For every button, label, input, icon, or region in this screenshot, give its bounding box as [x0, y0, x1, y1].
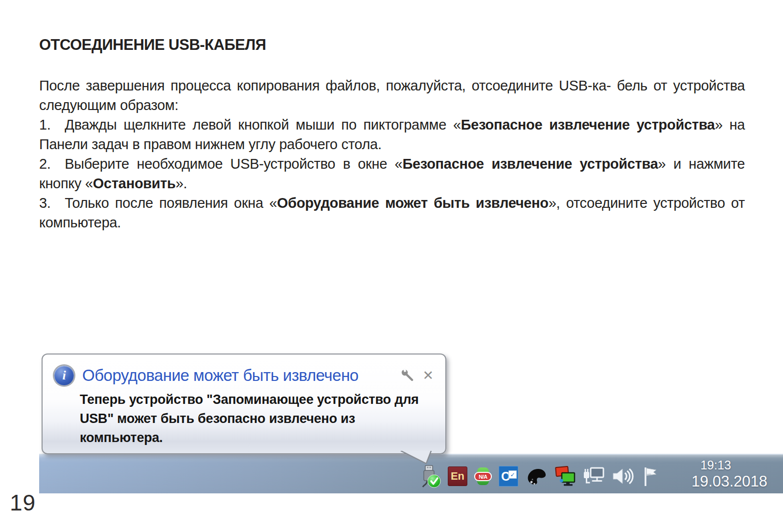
step-2-text-3: ». — [176, 176, 187, 191]
envelope-icon: ✓ — [508, 470, 517, 479]
page-title: ОТСОЕДИНЕНИЕ USB-КАБЕЛЯ — [39, 36, 745, 54]
step-1-text: 1. Дважды щелкните левой кнопкой мыши по… — [39, 117, 461, 133]
page-number: 19 — [10, 490, 36, 515]
info-glyph: i — [62, 368, 66, 383]
balloon-message-line-1: Теперь устройство "Запоминающее устройст… — [80, 390, 432, 409]
balloon-tail — [400, 451, 436, 465]
step-2-text: 2. Выберите необходимое USB-устройство в… — [39, 156, 402, 172]
black-device-icon[interactable] — [525, 465, 547, 488]
balloon-message: Теперь устройство "Запоминающее устройст… — [80, 390, 432, 447]
article-content: ОТСОЕДИНЕНИЕ USB-КАБЕЛЯ После завершения… — [39, 36, 745, 232]
na-label: N/A — [474, 472, 492, 481]
balloon-message-line-2: USB" может быть безопасно извлечено из к… — [80, 409, 432, 447]
balloon-title: Оборудование может быть извлечено — [82, 366, 400, 385]
action-center-flag-icon[interactable] — [640, 465, 660, 488]
outlook-icon[interactable]: O ✓ — [499, 466, 518, 487]
step-2-bold: Безопасное извлечение устройства — [402, 156, 658, 172]
notification-balloon[interactable]: i Оборудование может быть извлечено ✕ Те… — [42, 354, 446, 454]
balloon-header: i Оборудование может быть извлечено ✕ — [43, 355, 445, 385]
na-status-icon[interactable]: N/A — [474, 467, 492, 486]
step-1: 1. Дважды щелкните левой кнопкой мыши по… — [39, 115, 745, 154]
step-1-bold: Безопасное извлечение устройства — [461, 117, 715, 133]
display-monitors-icon[interactable] — [553, 465, 576, 488]
clock-date: 19.03.2018 — [677, 472, 782, 491]
step-3-text: 3. Только после появления окна « — [39, 195, 277, 211]
volume-icon[interactable] — [611, 466, 634, 487]
info-icon: i — [54, 366, 74, 385]
intro-paragraph: После завершения процесса копирования фа… — [39, 76, 745, 115]
intro-text: После завершения процесса копирования фа… — [39, 78, 745, 113]
wrench-icon[interactable] — [400, 368, 414, 383]
taskbar-clock[interactable]: 19:13 19.03.2018 — [677, 458, 782, 491]
step-3: 3. Только после появления окна «Оборудов… — [39, 193, 745, 232]
manual-page: ОТСОЕДИНЕНИЕ USB-КАБЕЛЯ После завершения… — [0, 0, 783, 532]
safely-remove-hardware-icon[interactable] — [419, 464, 441, 488]
close-icon[interactable]: ✕ — [422, 369, 434, 382]
network-icon[interactable] — [582, 466, 605, 487]
step-2: 2. Выберите необходимое USB-устройство в… — [39, 154, 745, 193]
language-indicator-icon[interactable]: En — [448, 466, 467, 486]
language-label: En — [448, 466, 467, 486]
clock-time: 19:13 — [677, 458, 782, 472]
step-3-bold: Оборудование может быть извлечено — [277, 195, 549, 211]
system-tray: En N/A O ✓ — [419, 465, 660, 488]
step-2-bold-2: Остановить — [93, 176, 176, 191]
